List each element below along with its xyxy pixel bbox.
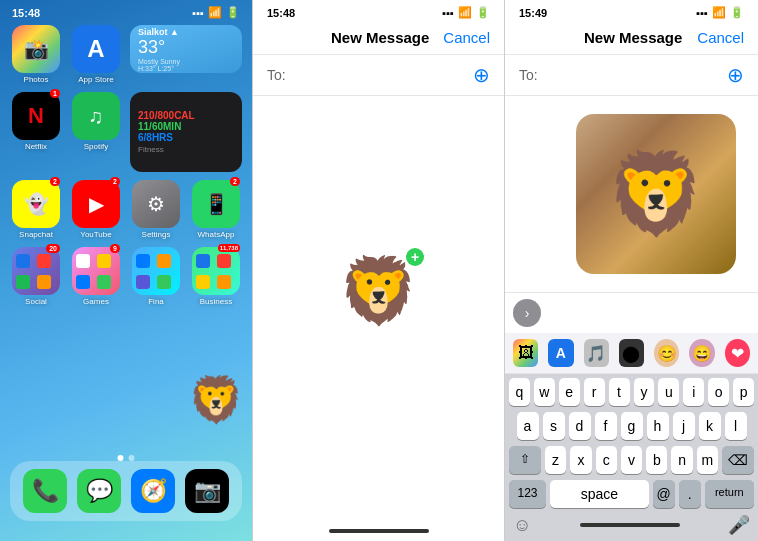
strip-memoji1-icon[interactable]: 😊 [654,339,679,367]
folder-social[interactable]: 20 Social [10,247,62,306]
app-youtube[interactable]: ▶ 2 YouTube [70,180,122,239]
photos-icon: 📸 [12,25,60,73]
app-photos[interactable]: 📸 Photos [10,25,62,84]
phone1-time: 15:48 [12,7,40,19]
netflix-icon: N [12,92,60,140]
photos-label: Photos [24,75,49,84]
youtube-label: YouTube [80,230,111,239]
key-q[interactable]: q [509,378,530,406]
key-y[interactable]: y [634,378,655,406]
dock-camera[interactable]: 📷 [185,469,229,513]
emoji-icon[interactable]: ☺ [513,515,531,536]
app-netflix[interactable]: N 1 Netflix [10,92,62,172]
key-t[interactable]: t [609,378,630,406]
fitness-widget[interactable]: 210/800CAL 11/60MIN 6/8HRS Fitness [130,92,242,172]
key-space[interactable]: space [550,480,649,508]
key-k[interactable]: k [699,412,721,440]
phone2-statusbar: 15:48 ▪▪▪ 📶 🔋 [253,0,504,21]
key-l[interactable]: l [725,412,747,440]
phone3-lion-image-bubble: 🦁 [576,114,736,274]
folder-games[interactable]: 9 Games [70,247,122,306]
key-v[interactable]: v [621,446,642,474]
key-o[interactable]: o [708,378,729,406]
snapchat-label: Snapchat [19,230,53,239]
kb-row-1: q w e r t y u i o p [505,374,758,408]
phone3-message-area: 🦁 [505,96,758,292]
dock-phone[interactable]: 📞 [23,469,67,513]
key-e[interactable]: e [559,378,580,406]
phone3-send-button[interactable]: › [513,299,541,327]
strip-photos-icon[interactable]: 🖼 [513,339,538,367]
fitness-label: Fitness [138,145,234,154]
phone2-title: New Message [331,29,429,46]
phone3-wifi: 📶 [712,6,726,19]
phone3-lion-image: 🦁 [576,114,736,274]
phone3-add-contact[interactable]: ⊕ [727,63,744,87]
key-r[interactable]: r [584,378,605,406]
key-d[interactable]: d [569,412,591,440]
key-j[interactable]: j [673,412,695,440]
key-s[interactable]: s [543,412,565,440]
youtube-badge: 2 [110,177,120,186]
phone2-message-area: 🦁 + [253,96,504,486]
phone2-cancel-button[interactable]: Cancel [443,29,490,46]
weather-widget[interactable]: Sialkot ▲ 33° Mostly Sunny H:33° L:25° [130,25,242,73]
key-u[interactable]: u [658,378,679,406]
phone3-to-input[interactable] [544,67,727,83]
phone3-time: 15:49 [519,7,547,19]
key-n[interactable]: n [671,446,692,474]
strip-heart-icon[interactable]: ❤ [725,339,750,367]
phone2-to-label: To: [267,67,286,83]
phone3-statusbar: 15:49 ▪▪▪ 📶 🔋 [505,0,758,21]
key-b[interactable]: b [646,446,667,474]
key-delete[interactable]: ⌫ [722,446,754,474]
app-appstore[interactable]: A App Store [70,25,122,84]
key-f[interactable]: f [595,412,617,440]
key-x[interactable]: x [570,446,591,474]
phone2-battery: 🔋 [476,6,490,19]
key-c[interactable]: c [596,446,617,474]
key-p[interactable]: p [733,378,754,406]
microphone-icon[interactable]: 🎤 [728,514,750,536]
key-w[interactable]: w [534,378,555,406]
key-at[interactable]: @ [653,480,675,508]
strip-audio-icon[interactable]: 🎵 [584,339,609,367]
key-123[interactable]: 123 [509,480,546,508]
folder-finance[interactable]: Fina [130,247,182,306]
phone2-sticker-wrap: 🦁 + [338,253,419,329]
social-label: Social [25,297,47,306]
key-i[interactable]: i [683,378,704,406]
strip-memoji2-icon[interactable]: 😄 [689,339,714,367]
key-m[interactable]: m [697,446,718,474]
signal-icon: ▪▪▪ [192,7,204,19]
business-badge: 11,738 [218,244,240,252]
key-shift[interactable]: ⇧ [509,446,541,474]
business-folder-icon [192,247,240,295]
fitness-hrs: 6/8HRS [138,132,234,143]
fitness-cal: 210/800CAL [138,110,234,121]
phone3-title: New Message [584,29,682,46]
app-snapchat[interactable]: 👻 2 Snapchat [10,180,62,239]
key-return[interactable]: return [705,480,754,508]
key-g[interactable]: g [621,412,643,440]
key-a[interactable]: a [517,412,539,440]
key-z[interactable]: z [545,446,566,474]
app-whatsapp[interactable]: 📱 2 WhatsApp [190,180,242,239]
spotify-label: Spotify [84,142,108,151]
dock-messages[interactable]: 💬 [77,469,121,513]
folder-business[interactable]: 11,738 Business [190,247,242,306]
snapchat-icon: 👻 [12,180,60,228]
dock-safari[interactable]: 🧭 [131,469,175,513]
phone2-add-contact[interactable]: ⊕ [473,63,490,87]
phone3-send-bar: › [505,292,758,333]
phone3-cancel-button[interactable]: Cancel [697,29,744,46]
phone2-to-input[interactable] [292,67,473,83]
key-period[interactable]: . [679,480,701,508]
phone3-navbar: New Message Cancel [505,21,758,55]
appstore-icon: A [72,25,120,73]
strip-appstore-icon[interactable]: A [548,339,573,367]
app-spotify[interactable]: ♫ Spotify [70,92,122,172]
key-h[interactable]: h [647,412,669,440]
app-settings[interactable]: ⚙ Settings [130,180,182,239]
strip-vinyl-icon[interactable]: ⬤ [619,339,644,367]
